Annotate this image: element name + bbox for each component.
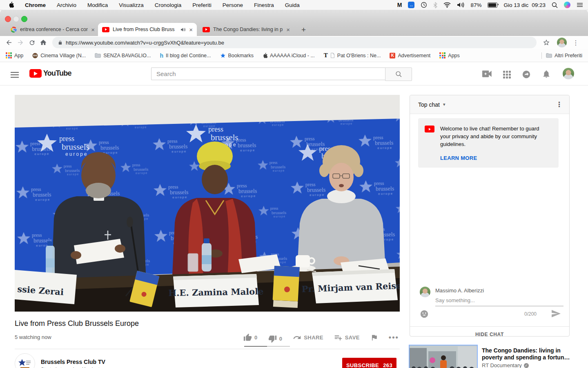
bookmark-bookmarks[interactable]: Bookmarks xyxy=(220,53,254,58)
bookmark-altri-preferiti[interactable]: Altri Preferiti xyxy=(546,53,582,58)
notification-center-icon[interactable] xyxy=(577,1,583,9)
k-favicon: K xyxy=(390,53,395,58)
tab-close-icon[interactable]: × xyxy=(286,27,290,33)
youtube-play-icon xyxy=(29,69,42,78)
channel-name[interactable]: Brussels Press Club TV xyxy=(41,359,105,365)
dislike-button[interactable]: 0 xyxy=(268,334,283,343)
menubar-item-visualizza[interactable]: Visualizza xyxy=(119,2,144,8)
chat-message-input[interactable] xyxy=(435,296,564,306)
spotlight-search-icon[interactable] xyxy=(552,1,558,9)
tab-audio-icon[interactable] xyxy=(180,27,186,32)
window-minimize-button[interactable] xyxy=(13,16,19,22)
youtube-apps-icon[interactable] xyxy=(503,71,511,79)
bookmark-nyt[interactable]: T Pat O'Briens : Ne... xyxy=(324,52,381,59)
browser-profile-avatar[interactable] xyxy=(557,38,567,47)
folder-icon xyxy=(95,53,101,58)
like-button[interactable]: 0 xyxy=(243,333,258,342)
bookmark-cinema-village[interactable]: Cinema Village (N... xyxy=(32,53,86,58)
subscribe-label: SUBSCRIBE xyxy=(346,362,379,368)
battery-icon[interactable] xyxy=(488,2,497,8)
chrome-menu-icon[interactable]: ⋮ xyxy=(572,39,579,47)
menubar-item-guida[interactable]: Guida xyxy=(285,2,300,8)
video-actions: 0 0 SHARE SAVE ••• xyxy=(243,332,399,343)
menubar-app-name[interactable]: Chrome xyxy=(25,2,46,8)
window-zoom-button[interactable] xyxy=(21,16,27,22)
volume-icon[interactable] xyxy=(457,1,464,9)
bookmark-il-blog[interactable]: h Il blog del Contine... xyxy=(160,53,211,58)
playlist-add-icon xyxy=(334,333,343,342)
info-divider xyxy=(15,349,400,349)
menubar-item-finestra[interactable]: Finestra xyxy=(254,2,274,8)
hamburger-menu-icon[interactable] xyxy=(11,70,19,79)
menubar-item-preferiti[interactable]: Preferiti xyxy=(192,2,212,8)
save-button[interactable]: SAVE xyxy=(334,333,360,342)
youtube-icon xyxy=(425,126,434,132)
menubar-item-persone[interactable]: Persone xyxy=(223,2,243,8)
tab-close-icon[interactable]: × xyxy=(189,27,193,33)
suggested-video-thumbnail[interactable] xyxy=(409,345,478,368)
bookmark-advertisement[interactable]: K Advertisement xyxy=(390,53,430,58)
more-actions-button[interactable]: ••• xyxy=(389,333,399,342)
menubar-date[interactable]: Gio 13 dic xyxy=(503,2,528,8)
siri-icon[interactable] xyxy=(564,2,570,8)
subscribe-button[interactable]: SUBSCRIBE 263 xyxy=(342,358,396,368)
lock-icon[interactable] xyxy=(58,40,62,45)
youtube-logo[interactable]: YouTube xyxy=(29,69,71,78)
time-machine-icon[interactable] xyxy=(421,1,427,9)
new-tab-button[interactable]: + xyxy=(301,25,306,34)
bookmark-app[interactable]: App xyxy=(6,52,23,58)
chat-menu-icon[interactable]: ⋮ xyxy=(556,100,563,109)
suggested-video-title[interactable]: The Congo Dandies: living in poverty and… xyxy=(482,347,572,361)
messages-icon[interactable] xyxy=(522,70,531,79)
hide-chat-button[interactable]: HIDE CHAT xyxy=(410,332,569,337)
search-input[interactable] xyxy=(151,67,395,80)
youtube-profile-avatar[interactable] xyxy=(563,68,574,79)
apps-grid-icon xyxy=(439,52,445,58)
search-button[interactable] xyxy=(385,67,412,81)
bookmark-star-button[interactable] xyxy=(541,37,552,48)
home-button[interactable] xyxy=(38,37,49,48)
nyt-favicon: T xyxy=(324,52,328,59)
folder-icon xyxy=(546,53,552,58)
report-button[interactable] xyxy=(370,334,378,341)
apple-favicon xyxy=(263,53,267,58)
chrome-tabstrip: eritrea conference - Cerca con × Live fr… xyxy=(0,10,588,36)
bluetooth-icon[interactable] xyxy=(433,1,437,9)
malwarebytes-icon[interactable]: M xyxy=(397,1,402,9)
video-player[interactable]: press brussels europe xyxy=(15,95,400,312)
chat-filter-dropdown[interactable]: Top chat ▾ xyxy=(418,101,445,108)
channel-avatar[interactable] xyxy=(15,353,35,368)
send-icon[interactable] xyxy=(551,310,561,318)
menubar-item-archivio[interactable]: Archivio xyxy=(57,2,76,8)
forward-button[interactable] xyxy=(15,37,26,48)
bookmark-senza-bavaglio[interactable]: SENZA BAVAGLIO... xyxy=(95,53,151,58)
window-close-button[interactable] xyxy=(5,16,11,22)
teamviewer-icon[interactable]: ↔ xyxy=(408,2,414,8)
back-button[interactable] xyxy=(3,37,15,48)
url-text[interactable]: https://www.youtube.com/watch?v=u-crggSv… xyxy=(66,40,224,46)
dislike-count: 0 xyxy=(279,336,283,342)
chat-welcome-card: Welcome to live chat! Remember to guard … xyxy=(418,118,559,168)
bookmarks-divider xyxy=(541,52,542,59)
tab-close-icon[interactable]: × xyxy=(91,27,95,33)
chat-footer-divider xyxy=(410,326,569,327)
tab-live-press-club[interactable]: Live from Press Club Bruss × xyxy=(98,23,197,36)
tab-congo-dandies[interactable]: The Congo Dandies: living in p × xyxy=(198,23,294,36)
suggested-video-channel[interactable]: RT Documentary ✓ xyxy=(482,362,529,368)
bookmark-apps[interactable]: Apps xyxy=(439,52,460,58)
emoji-icon[interactable] xyxy=(420,310,429,319)
bookmark-icloud[interactable]: AAAAAA iCloud - ... xyxy=(263,53,315,58)
menubar-clock[interactable]: 09:23 xyxy=(532,2,546,8)
reload-button[interactable] xyxy=(26,37,38,48)
menubar-item-cronologia[interactable]: Cronologia xyxy=(155,2,181,8)
create-video-icon[interactable] xyxy=(482,70,493,78)
menubar-item-modifica[interactable]: Modifica xyxy=(87,2,108,8)
tab-eritrea-search[interactable]: eritrea conference - Cerca con × xyxy=(7,23,99,36)
share-button[interactable]: SHARE xyxy=(293,333,323,342)
learn-more-link[interactable]: LEARN MORE xyxy=(440,155,547,161)
wifi-icon[interactable] xyxy=(443,1,451,9)
nameplate-center: H.E. Zamina Malole xyxy=(168,274,264,307)
apple-menu-icon[interactable] xyxy=(8,1,14,9)
address-bar[interactable]: https://www.youtube.com/watch?v=u-crggSv… xyxy=(52,37,537,48)
notifications-bell-icon[interactable] xyxy=(542,70,551,79)
